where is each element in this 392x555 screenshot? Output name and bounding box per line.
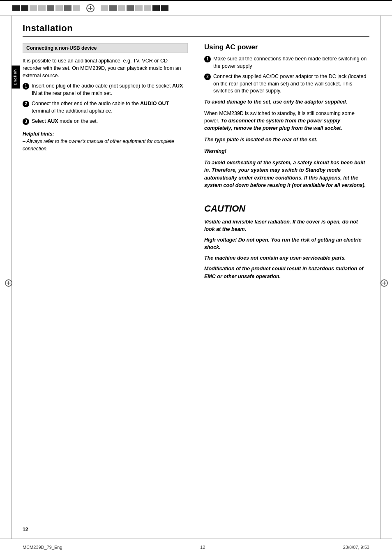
- avoid-damage-text: To avoid damage to the set, use only the…: [204, 98, 369, 106]
- bar-block: [101, 5, 108, 11]
- right-column: Using AC power 1 Make sure all the conne…: [204, 43, 369, 283]
- ac-power-title: Using AC power: [204, 43, 369, 51]
- caution-title: CAUTION: [204, 203, 369, 214]
- warning-text: To avoid overheating of the system, a sa…: [204, 159, 369, 189]
- page-title-section: Installation: [23, 23, 369, 37]
- bar-block: [73, 5, 80, 11]
- side-crosshair-left: [5, 279, 12, 286]
- caution-section: CAUTION Visible and invisible laser radi…: [204, 203, 369, 280]
- disconnect-text: To disconnect the system from the power …: [204, 118, 342, 131]
- ac-step-2: 2 Connect the supplied AC/DC power adapt…: [204, 73, 369, 95]
- footer-center: 12: [200, 545, 205, 550]
- two-column-layout: Connecting a non-USB device It is possib…: [23, 43, 369, 283]
- top-decorative-bar: [0, 0, 392, 16]
- ac-step-1-text: Make sure all the connections have been …: [213, 55, 369, 70]
- ac-step-2-text: Connect the supplied AC/DC power adaptor…: [213, 73, 369, 95]
- caution-item-4: Modification of the product could result…: [204, 265, 369, 280]
- footer-left: MCM239D_79_Eng: [23, 545, 62, 550]
- warning-title: Warning!: [204, 147, 369, 155]
- divider: [204, 195, 369, 195]
- footer-right: 23/8/07, 9:53: [343, 545, 369, 550]
- side-crosshair-right: [380, 279, 387, 286]
- ac-step-number-2: 2: [204, 74, 211, 80]
- bar-block: [118, 5, 125, 11]
- step-1-text: Insert one plug of the audio cable (not …: [32, 83, 188, 97]
- ac-step-number-1: 1: [204, 56, 211, 62]
- bar-block: [21, 5, 28, 11]
- crosshair-icon: [86, 4, 95, 12]
- left-column: Connecting a non-USB device It is possib…: [23, 43, 192, 283]
- step-1: 1 Insert one plug of the audio cable (no…: [23, 83, 188, 97]
- step-number-3: 3: [23, 118, 29, 125]
- caution-item-1: Visible and invisible laser radiation. I…: [204, 218, 369, 233]
- caution-item-3: The machine does not contain any user-se…: [204, 254, 369, 262]
- bar-block: [161, 5, 168, 11]
- helpful-hints-item-1: – Always refer to the owner's manual of …: [23, 138, 188, 152]
- main-content: Installation Connecting a non-USB device…: [0, 16, 392, 308]
- bar-block: [135, 5, 143, 11]
- bar-block: [64, 5, 71, 11]
- crosshair-icon: [5, 279, 12, 287]
- section-heading-connecting: Connecting a non-USB device: [23, 43, 188, 53]
- bar-block: [109, 5, 117, 11]
- intro-text: It is possible to use an additional appl…: [23, 57, 188, 79]
- helpful-hints-title: Helpful hints:: [23, 130, 188, 138]
- helpful-hints: Helpful hints: – Always refer to the own…: [23, 130, 188, 152]
- step-2: 2 Connect the other end of the audio cab…: [23, 100, 188, 115]
- bar-block: [12, 5, 20, 11]
- ac-step-1: 1 Make sure all the connections have bee…: [204, 55, 369, 70]
- bar-block: [144, 5, 151, 11]
- page-border-left: [12, 16, 12, 539]
- crosshair-icon: [380, 279, 388, 287]
- bar-block: [38, 5, 46, 11]
- step-3-text: Select AUX mode on the set.: [32, 118, 98, 125]
- page-number: 12: [23, 527, 28, 532]
- bar-block: [152, 5, 160, 11]
- caution-item-2: High voltage! Do not open. You run the r…: [204, 236, 369, 251]
- language-tab: English: [12, 66, 20, 89]
- step-3: 3 Select AUX mode on the set.: [23, 118, 188, 125]
- bar-block: [55, 5, 63, 11]
- step-number-1: 1: [23, 83, 29, 90]
- left-pattern: [12, 4, 168, 12]
- bottom-bar: MCM239D_79_Eng 12 23/8/07, 9:53: [0, 539, 392, 555]
- page-border-right: [380, 16, 380, 539]
- page-title: Installation: [23, 23, 73, 33]
- bar-block: [30, 5, 37, 11]
- bar-block: [127, 5, 134, 11]
- standby-text: When MCM239D is switched to standby, it …: [204, 110, 369, 132]
- step-2-text: Connect the other end of the audio cable…: [32, 100, 188, 115]
- type-plate-text: The type plate is located on the rear of…: [204, 136, 369, 143]
- bar-block: [47, 5, 54, 11]
- step-number-2: 2: [23, 101, 29, 107]
